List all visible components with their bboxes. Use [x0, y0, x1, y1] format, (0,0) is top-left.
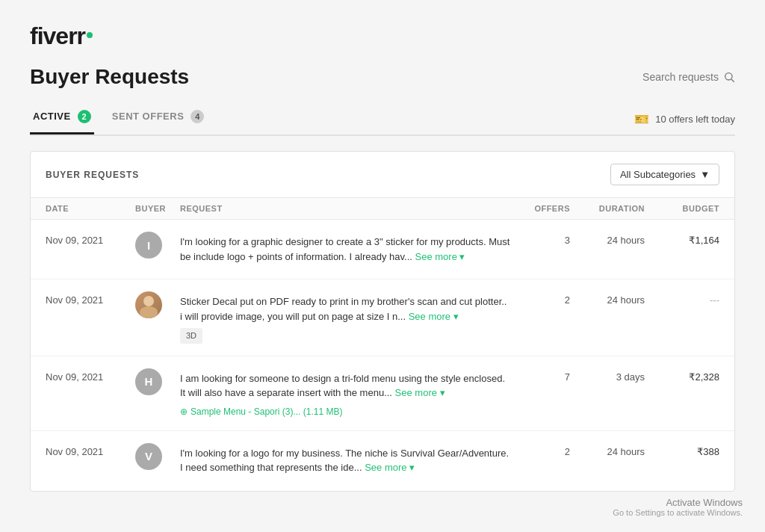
offers-left: 🎫 10 offers left today [634, 112, 735, 126]
col-buyer: BUYER [135, 204, 180, 213]
row3-avatar: H [135, 368, 180, 395]
row1-budget: ₹1,164 [645, 232, 719, 246]
tabs-container: ACTIVE 2 SENT OFFERS 4 [30, 104, 222, 134]
svg-point-2 [143, 296, 154, 306]
row3-attachment[interactable]: ⊕ Sample Menu - Sapori (3)... (1.11 MB) [180, 405, 510, 418]
activation-sub: Go to Settings to activate Windows. [613, 508, 743, 517]
offers-icon: 🎫 [634, 112, 649, 126]
tab-sent-offers-label: SENT OFFERS [112, 111, 185, 122]
row3-offers: 7 [510, 368, 570, 383]
col-budget: BUDGET [645, 204, 719, 213]
row2-avatar [135, 291, 180, 318]
row3-duration: 3 days [570, 368, 645, 383]
avatar: V [135, 443, 162, 470]
row2-offers: 2 [510, 291, 570, 306]
fiverr-logo: fiverr [30, 22, 735, 50]
card-header: BUYER REQUESTS All Subcategories ▼ [31, 152, 734, 198]
row2-duration: 24 hours [570, 291, 645, 306]
row2-see-more[interactable]: See more ▾ [409, 311, 459, 322]
table-row: Nov 09, 2021 V I'm looking for a logo fo… [31, 431, 734, 491]
tab-active-label: ACTIVE [33, 111, 71, 122]
tab-sent-offers-badge: 4 [191, 110, 204, 123]
row1-duration: 24 hours [570, 232, 645, 246]
attachment-icon: ⊕ [180, 405, 188, 418]
search-label: Search requests [642, 71, 719, 83]
table-row: Nov 09, 2021 Sticker Decal put on PDF re… [31, 279, 734, 356]
logo-text: fiverr [30, 22, 85, 50]
row2-tag: 3D [180, 328, 202, 344]
avatar: I [135, 232, 162, 259]
page-title: Buyer Requests [30, 65, 189, 89]
avatar: H [135, 368, 162, 395]
col-duration: DURATION [570, 204, 645, 213]
row1-see-more[interactable]: See more ▾ [415, 251, 465, 262]
content-card: BUYER REQUESTS All Subcategories ▼ DATE … [30, 151, 735, 492]
offers-left-text: 10 offers left today [655, 114, 735, 125]
table-row: Nov 09, 2021 I I'm looking for a graphic… [31, 220, 734, 279]
search-icon [723, 71, 735, 83]
row2-budget: --- [645, 291, 719, 306]
svg-point-0 [725, 73, 732, 80]
activation-watermark: Activate Windows Go to Settings to activ… [613, 497, 743, 517]
row4-offers: 2 [510, 443, 570, 457]
subcategory-dropdown[interactable]: All Subcategories ▼ [610, 164, 719, 185]
row3-request: I am looking for someone to design a tri… [180, 368, 510, 418]
tabs-row: ACTIVE 2 SENT OFFERS 4 🎫 10 offers left … [30, 104, 735, 136]
avatar-image-icon [135, 291, 162, 318]
svg-line-1 [731, 79, 734, 82]
col-date: DATE [46, 204, 135, 213]
logo-dot [87, 32, 93, 38]
row2-request: Sticker Decal put on PDF ready to print … [180, 291, 510, 344]
row1-offers: 3 [510, 232, 570, 246]
chevron-down-icon: ▼ [700, 169, 710, 180]
row3-date: Nov 09, 2021 [46, 368, 135, 383]
row4-see-more[interactable]: See more ▾ [365, 462, 415, 473]
row1-request: I'm looking for a graphic designer to cr… [180, 232, 510, 264]
svg-point-3 [140, 306, 158, 318]
row3-budget: ₹2,328 [645, 368, 719, 383]
col-offers: OFFERS [510, 204, 570, 213]
row4-budget: ₹388 [645, 443, 719, 457]
tab-active-badge: 2 [78, 110, 91, 123]
tab-sent-offers[interactable]: SENT OFFERS 4 [109, 104, 208, 134]
row2-date: Nov 09, 2021 [46, 291, 135, 306]
subcategory-label: All Subcategories [620, 169, 696, 180]
row4-request: I'm looking for a logo for my business. … [180, 443, 510, 475]
avatar [135, 291, 162, 318]
row4-duration: 24 hours [570, 443, 645, 457]
tab-active[interactable]: ACTIVE 2 [30, 104, 94, 134]
search-box[interactable]: Search requests [642, 71, 735, 83]
buyer-requests-title: BUYER REQUESTS [46, 170, 139, 180]
table-row: Nov 09, 2021 H I am looking for someone … [31, 356, 734, 431]
row3-see-more[interactable]: See more ▾ [395, 387, 445, 398]
row4-avatar: V [135, 443, 180, 470]
col-request: REQUEST [180, 204, 510, 213]
activation-title: Activate Windows [613, 497, 743, 508]
row4-date: Nov 09, 2021 [46, 443, 135, 457]
row1-date: Nov 09, 2021 [46, 232, 135, 246]
row1-avatar: I [135, 232, 180, 259]
table-header: DATE BUYER REQUEST OFFERS DURATION BUDGE… [31, 198, 734, 220]
